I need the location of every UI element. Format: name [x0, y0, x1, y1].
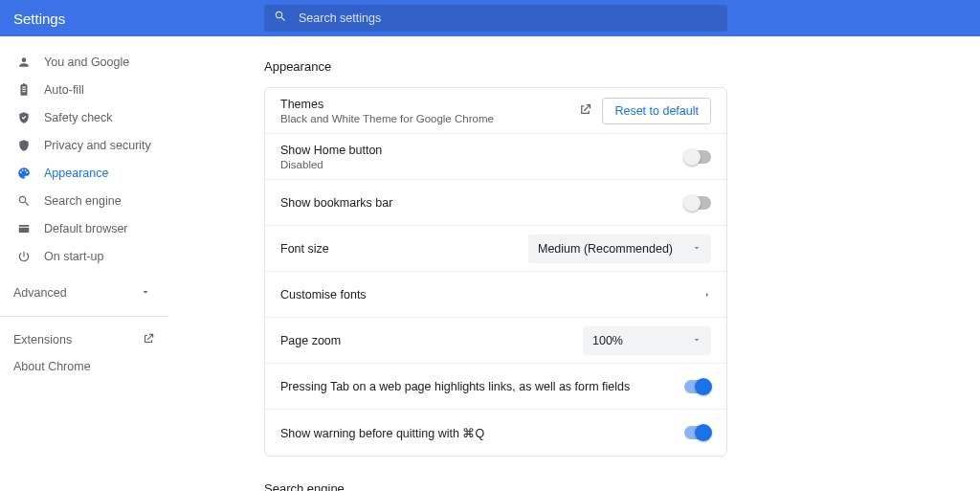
tab-highlight-label: Pressing Tab on a web page highlights li…: [280, 380, 684, 393]
row-page-zoom: Page zoom 100%: [265, 318, 726, 364]
main-panel: Appearance Themes Black and White Theme …: [168, 36, 980, 491]
palette-icon: [17, 167, 31, 180]
power-icon: [17, 250, 31, 263]
row-quit-warning: Show warning before quitting with ⌘Q: [265, 410, 726, 456]
toggle-quit-warning[interactable]: [684, 426, 711, 439]
bookmarks-bar-label: Show bookmarks bar: [280, 196, 684, 210]
chevron-down-icon: [673, 242, 702, 256]
sidebar-item-label: Privacy and security: [44, 139, 151, 152]
font-size-label: Font size: [280, 242, 528, 256]
search-settings-field[interactable]: [264, 5, 727, 32]
sidebar-item-about-chrome[interactable]: About Chrome: [0, 353, 168, 380]
page-zoom-label: Page zoom: [280, 334, 583, 347]
themes-sublabel: Black and White Theme for Google Chrome: [280, 113, 578, 124]
home-button-label: Show Home button: [280, 144, 684, 157]
sidebar-item-advanced[interactable]: Advanced: [0, 279, 168, 306]
sidebar-item-search-engine[interactable]: Search engine: [0, 187, 168, 214]
page-zoom-select[interactable]: 100%: [583, 326, 711, 355]
sidebar-item-privacy[interactable]: Privacy and security: [0, 131, 168, 159]
search-icon: [17, 194, 31, 208]
customise-fonts-label: Customise fonts: [280, 288, 703, 301]
section-title-search-engine: Search engine: [264, 481, 727, 491]
shield-icon: [17, 139, 31, 152]
toggle-show-bookmarks-bar[interactable]: [684, 196, 711, 210]
page-title: Settings: [13, 11, 251, 27]
browser-icon: [17, 222, 31, 235]
sidebar-item-label: Search engine: [44, 194, 122, 208]
page-zoom-value: 100%: [592, 334, 623, 347]
sidebar-item-extensions[interactable]: Extensions: [0, 326, 168, 353]
sidebar-item-label: Default browser: [44, 222, 128, 235]
sidebar: You and Google Auto-fill Safety check Pr…: [0, 36, 168, 491]
chevron-down-icon: [140, 286, 151, 301]
extensions-label: Extensions: [13, 333, 72, 346]
row-show-bookmarks-bar: Show bookmarks bar: [265, 180, 726, 226]
clipboard-icon: [17, 83, 31, 97]
font-size-value: Medium (Recommended): [538, 242, 673, 256]
font-size-select[interactable]: Medium (Recommended): [528, 234, 711, 263]
shield-check-icon: [17, 111, 31, 124]
themes-label: Themes: [280, 98, 578, 111]
row-customise-fonts[interactable]: Customise fonts: [265, 272, 726, 318]
row-themes[interactable]: Themes Black and White Theme for Google …: [265, 88, 726, 134]
open-external-icon: [142, 332, 155, 348]
row-font-size: Font size Medium (Recommended): [265, 226, 726, 272]
row-tab-highlight: Pressing Tab on a web page highlights li…: [265, 364, 726, 410]
sidebar-item-safety-check[interactable]: Safety check: [0, 103, 168, 131]
toggle-show-home-button[interactable]: [684, 150, 711, 164]
sidebar-item-default-browser[interactable]: Default browser: [0, 214, 168, 242]
toggle-tab-highlight[interactable]: [684, 380, 711, 393]
chevron-right-icon: [703, 288, 711, 301]
search-icon: [274, 10, 287, 27]
person-icon: [17, 56, 31, 69]
sidebar-item-you-and-google[interactable]: You and Google: [0, 48, 168, 76]
sidebar-item-label: Safety check: [44, 111, 113, 124]
section-title-appearance: Appearance: [264, 59, 727, 74]
row-show-home-button: Show Home button Disabled: [265, 134, 726, 180]
advanced-label: Advanced: [13, 286, 67, 300]
sidebar-item-label: Appearance: [44, 167, 108, 180]
sidebar-divider: [0, 316, 168, 317]
appearance-card: Themes Black and White Theme for Google …: [264, 87, 727, 457]
open-external-icon[interactable]: [578, 102, 592, 120]
sidebar-item-on-startup[interactable]: On start-up: [0, 242, 168, 270]
top-bar: Settings: [0, 0, 980, 36]
sidebar-item-label: You and Google: [44, 56, 129, 69]
about-label: About Chrome: [13, 360, 91, 373]
sidebar-item-label: On start-up: [44, 250, 104, 263]
home-button-sublabel: Disabled: [280, 159, 684, 170]
reset-to-default-button[interactable]: Reset to default: [602, 98, 711, 124]
sidebar-item-auto-fill[interactable]: Auto-fill: [0, 76, 168, 103]
chevron-down-icon: [673, 334, 702, 347]
search-settings-input[interactable]: [299, 11, 718, 25]
sidebar-item-appearance[interactable]: Appearance: [0, 159, 168, 187]
sidebar-item-label: Auto-fill: [44, 83, 84, 97]
quit-warning-label: Show warning before quitting with ⌘Q: [280, 426, 684, 440]
